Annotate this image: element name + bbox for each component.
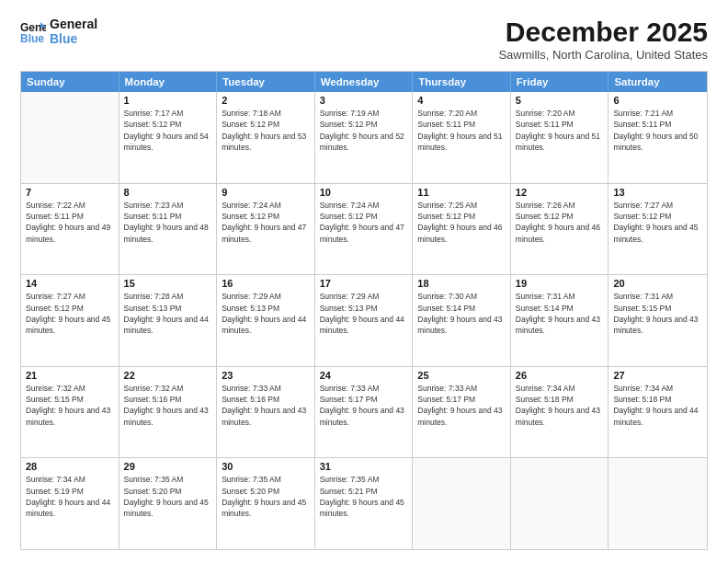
- calendar-cell: 20Sunrise: 7:31 AM Sunset: 5:15 PM Dayli…: [609, 275, 707, 366]
- logo-icon: General Blue: [20, 18, 46, 44]
- cell-date: 12: [516, 187, 604, 198]
- calendar-cell: 4Sunrise: 7:20 AM Sunset: 5:11 PM Daylig…: [413, 92, 511, 183]
- header: General Blue General Blue December 2025 …: [20, 17, 708, 62]
- cell-date: 26: [516, 370, 604, 381]
- cell-info: Sunrise: 7:28 AM Sunset: 5:13 PM Dayligh…: [124, 291, 212, 336]
- cell-info: Sunrise: 7:31 AM Sunset: 5:14 PM Dayligh…: [516, 291, 604, 336]
- calendar-cell: 28Sunrise: 7:34 AM Sunset: 5:19 PM Dayli…: [21, 458, 119, 549]
- cell-date: 21: [26, 370, 114, 381]
- calendar-cell: [21, 92, 119, 183]
- cell-date: 15: [124, 278, 212, 289]
- calendar-cell: [609, 458, 707, 549]
- calendar-cell: 12Sunrise: 7:26 AM Sunset: 5:12 PM Dayli…: [511, 184, 609, 275]
- calendar-cell: 18Sunrise: 7:30 AM Sunset: 5:14 PM Dayli…: [413, 275, 511, 366]
- calendar-header: SundayMondayTuesdayWednesdayThursdayFrid…: [21, 72, 707, 92]
- cell-date: 31: [320, 461, 408, 472]
- calendar-cell: 9Sunrise: 7:24 AM Sunset: 5:12 PM Daylig…: [217, 184, 315, 275]
- cell-info: Sunrise: 7:33 AM Sunset: 5:17 PM Dayligh…: [320, 383, 408, 428]
- month-title: December 2025: [498, 17, 708, 48]
- cell-info: Sunrise: 7:35 AM Sunset: 5:21 PM Dayligh…: [320, 474, 408, 519]
- cell-date: 4: [417, 95, 506, 106]
- cell-info: Sunrise: 7:17 AM Sunset: 5:12 PM Dayligh…: [124, 108, 212, 153]
- cell-date: 1: [124, 95, 212, 106]
- calendar-cell: 31Sunrise: 7:35 AM Sunset: 5:21 PM Dayli…: [315, 458, 414, 549]
- cell-info: Sunrise: 7:23 AM Sunset: 5:11 PM Dayligh…: [124, 200, 212, 245]
- calendar-cell: 25Sunrise: 7:33 AM Sunset: 5:17 PM Dayli…: [413, 367, 511, 458]
- cell-info: Sunrise: 7:19 AM Sunset: 5:12 PM Dayligh…: [320, 108, 408, 153]
- cell-info: Sunrise: 7:20 AM Sunset: 5:11 PM Dayligh…: [417, 108, 506, 153]
- header-day-wednesday: Wednesday: [315, 72, 414, 92]
- calendar-row-3: 21Sunrise: 7:32 AM Sunset: 5:15 PM Dayli…: [21, 366, 707, 458]
- calendar-cell: 2Sunrise: 7:18 AM Sunset: 5:12 PM Daylig…: [217, 92, 315, 183]
- cell-info: Sunrise: 7:21 AM Sunset: 5:11 PM Dayligh…: [613, 108, 702, 153]
- cell-info: Sunrise: 7:29 AM Sunset: 5:13 PM Dayligh…: [222, 291, 310, 336]
- calendar-cell: 5Sunrise: 7:20 AM Sunset: 5:11 PM Daylig…: [511, 92, 609, 183]
- calendar-cell: 23Sunrise: 7:33 AM Sunset: 5:16 PM Dayli…: [217, 367, 315, 458]
- logo-line1: General: [50, 17, 97, 31]
- cell-info: Sunrise: 7:27 AM Sunset: 5:12 PM Dayligh…: [26, 291, 114, 336]
- cell-date: 8: [124, 187, 212, 198]
- calendar-cell: 6Sunrise: 7:21 AM Sunset: 5:11 PM Daylig…: [609, 92, 707, 183]
- calendar-cell: 27Sunrise: 7:34 AM Sunset: 5:18 PM Dayli…: [609, 367, 707, 458]
- cell-date: 5: [516, 95, 604, 106]
- calendar-cell: 8Sunrise: 7:23 AM Sunset: 5:11 PM Daylig…: [119, 184, 218, 275]
- calendar-cell: 21Sunrise: 7:32 AM Sunset: 5:15 PM Dayli…: [21, 367, 119, 458]
- cell-info: Sunrise: 7:24 AM Sunset: 5:12 PM Dayligh…: [222, 200, 310, 245]
- cell-info: Sunrise: 7:30 AM Sunset: 5:14 PM Dayligh…: [417, 291, 506, 336]
- calendar-cell: 10Sunrise: 7:24 AM Sunset: 5:12 PM Dayli…: [315, 184, 414, 275]
- header-day-saturday: Saturday: [609, 72, 707, 92]
- cell-info: Sunrise: 7:35 AM Sunset: 5:20 PM Dayligh…: [124, 474, 212, 519]
- header-day-thursday: Thursday: [413, 72, 511, 92]
- cell-date: 16: [222, 278, 310, 289]
- page: General Blue General Blue December 2025 …: [0, 0, 728, 563]
- calendar-row-2: 14Sunrise: 7:27 AM Sunset: 5:12 PM Dayli…: [21, 274, 707, 366]
- cell-info: Sunrise: 7:18 AM Sunset: 5:12 PM Dayligh…: [222, 108, 310, 153]
- calendar-cell: 1Sunrise: 7:17 AM Sunset: 5:12 PM Daylig…: [119, 92, 218, 183]
- cell-info: Sunrise: 7:33 AM Sunset: 5:17 PM Dayligh…: [417, 383, 506, 428]
- cell-info: Sunrise: 7:27 AM Sunset: 5:12 PM Dayligh…: [613, 200, 702, 245]
- cell-info: Sunrise: 7:34 AM Sunset: 5:19 PM Dayligh…: [26, 474, 114, 519]
- calendar-cell: 24Sunrise: 7:33 AM Sunset: 5:17 PM Dayli…: [315, 367, 414, 458]
- calendar-cell: [413, 458, 511, 549]
- cell-info: Sunrise: 7:20 AM Sunset: 5:11 PM Dayligh…: [516, 108, 604, 153]
- svg-text:Blue: Blue: [20, 32, 44, 44]
- cell-info: Sunrise: 7:32 AM Sunset: 5:15 PM Dayligh…: [26, 383, 114, 428]
- calendar-cell: 3Sunrise: 7:19 AM Sunset: 5:12 PM Daylig…: [315, 92, 414, 183]
- cell-info: Sunrise: 7:33 AM Sunset: 5:16 PM Dayligh…: [222, 383, 310, 428]
- cell-date: 19: [516, 278, 604, 289]
- calendar-cell: 13Sunrise: 7:27 AM Sunset: 5:12 PM Dayli…: [609, 184, 707, 275]
- cell-date: 28: [26, 461, 114, 472]
- header-day-friday: Friday: [511, 72, 609, 92]
- logo-line2: Blue: [50, 31, 97, 46]
- cell-date: 10: [320, 187, 408, 198]
- calendar-cell: 11Sunrise: 7:25 AM Sunset: 5:12 PM Dayli…: [413, 184, 511, 275]
- cell-info: Sunrise: 7:24 AM Sunset: 5:12 PM Dayligh…: [320, 200, 408, 245]
- cell-date: 2: [222, 95, 310, 106]
- calendar-cell: 29Sunrise: 7:35 AM Sunset: 5:20 PM Dayli…: [119, 458, 218, 549]
- cell-date: 18: [417, 278, 506, 289]
- calendar-cell: 17Sunrise: 7:29 AM Sunset: 5:13 PM Dayli…: [315, 275, 414, 366]
- calendar-cell: 16Sunrise: 7:29 AM Sunset: 5:13 PM Dayli…: [217, 275, 315, 366]
- header-day-tuesday: Tuesday: [217, 72, 315, 92]
- cell-info: Sunrise: 7:34 AM Sunset: 5:18 PM Dayligh…: [516, 383, 604, 428]
- calendar-row-0: 1Sunrise: 7:17 AM Sunset: 5:12 PM Daylig…: [21, 92, 707, 183]
- cell-info: Sunrise: 7:26 AM Sunset: 5:12 PM Dayligh…: [516, 200, 604, 245]
- calendar-cell: 26Sunrise: 7:34 AM Sunset: 5:18 PM Dayli…: [511, 367, 609, 458]
- calendar-cell: 15Sunrise: 7:28 AM Sunset: 5:13 PM Dayli…: [119, 275, 218, 366]
- cell-info: Sunrise: 7:29 AM Sunset: 5:13 PM Dayligh…: [320, 291, 408, 336]
- cell-date: 23: [222, 370, 310, 381]
- cell-date: 14: [26, 278, 114, 289]
- cell-info: Sunrise: 7:35 AM Sunset: 5:20 PM Dayligh…: [222, 474, 310, 519]
- cell-date: 20: [613, 278, 702, 289]
- calendar-cell: 22Sunrise: 7:32 AM Sunset: 5:16 PM Dayli…: [119, 367, 218, 458]
- cell-info: Sunrise: 7:25 AM Sunset: 5:12 PM Dayligh…: [417, 200, 506, 245]
- cell-date: 9: [222, 187, 310, 198]
- location: Sawmills, North Carolina, United States: [498, 48, 708, 62]
- calendar-row-1: 7Sunrise: 7:22 AM Sunset: 5:11 PM Daylig…: [21, 183, 707, 275]
- cell-info: Sunrise: 7:22 AM Sunset: 5:11 PM Dayligh…: [26, 200, 114, 245]
- calendar: SundayMondayTuesdayWednesdayThursdayFrid…: [20, 71, 708, 550]
- calendar-cell: 30Sunrise: 7:35 AM Sunset: 5:20 PM Dayli…: [217, 458, 315, 549]
- cell-date: 30: [222, 461, 310, 472]
- cell-date: 7: [26, 187, 114, 198]
- cell-date: 3: [320, 95, 408, 106]
